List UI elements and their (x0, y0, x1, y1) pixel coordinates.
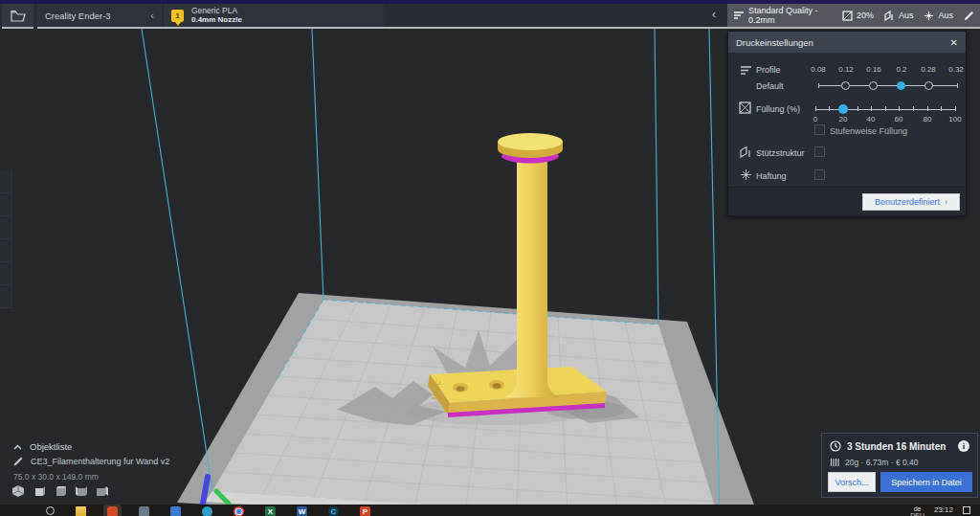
profile-node-012[interactable] (841, 81, 850, 90)
adhesion-checkbox[interactable] (814, 169, 825, 180)
summary-infill: 20% (857, 11, 874, 20)
layer-height-icon (733, 11, 745, 20)
adhesion-icon (924, 11, 934, 21)
taskbar-tray-icon[interactable] (963, 506, 970, 514)
infill-icon (739, 101, 751, 114)
info-icon[interactable]: i (958, 440, 969, 452)
chevron-left-icon: ‹ (150, 10, 154, 21)
layer-height-icon (740, 64, 752, 77)
open-file-button[interactable] (2, 4, 33, 27)
infill-tick (885, 106, 886, 111)
profile-node-016[interactable] (869, 81, 878, 90)
cura-application-window: MARC Creality Ender-3 ‹ 1 Generic PLA 0.… (0, 0, 980, 516)
rotate-tool-button[interactable] (0, 216, 12, 239)
move-tool-button[interactable] (0, 170, 12, 193)
profile-tick: 0.12 (835, 65, 858, 74)
scale-tool-button[interactable] (0, 193, 12, 216)
infill-tick (899, 106, 900, 111)
profile-slider-track[interactable] (818, 85, 958, 86)
material-selector[interactable]: 1 Generic PLA 0.4mm Nozzle (164, 4, 384, 27)
extruder-icon: 1 (171, 10, 184, 22)
printer-selector[interactable]: Creality Ender-3 ‹ (37, 4, 162, 27)
taskbar-language-indicator[interactable]: de DEU (910, 505, 924, 516)
profile-node-028[interactable] (924, 81, 933, 90)
selected-object-row[interactable]: CE3_Filamenthalterung fur Wand v2 (13, 457, 169, 466)
mirror-tool-button[interactable] (0, 239, 12, 262)
taskbar-excel-icon[interactable]: X (265, 506, 276, 516)
infill-tick (927, 106, 928, 111)
panel-title: Druckeinstellungen (736, 37, 813, 48)
profile-label: Profile (756, 65, 781, 75)
taskbar-file-explorer-icon[interactable] (76, 506, 86, 516)
taskbar-chrome-icon[interactable] (234, 506, 244, 516)
profile-selected-label: Default (756, 81, 784, 91)
infill-tick-label: 80 (916, 115, 939, 123)
slider-endtick (957, 83, 958, 88)
chevron-up-icon (13, 444, 22, 450)
view-front-button[interactable] (33, 484, 46, 498)
collapse-settings-chevron[interactable]: ‹ (712, 9, 716, 20)
support-icon (884, 11, 895, 21)
object-list-toggle[interactable]: Objektliste (13, 441, 72, 452)
view-left-button[interactable] (75, 484, 88, 498)
support-blocker-button[interactable] (0, 285, 12, 308)
summary-profile: Standard Quality - 0.2mm (748, 6, 831, 25)
model-top-disc[interactable] (498, 133, 563, 158)
custom-settings-button[interactable]: Benutzerdefiniert › (862, 193, 960, 211)
infill-tick-label: 100 (944, 115, 967, 123)
left-toolbar (0, 170, 12, 308)
preview-button[interactable]: Vorsch... (828, 472, 876, 492)
infill-tick (913, 106, 914, 111)
print-job-output-panel: 3 Stunden 16 Minuten i 20g · 6.73m · € 0… (821, 433, 978, 498)
infill-label: Füllung (%) (756, 104, 800, 114)
taskbar-thunderbird-icon[interactable] (202, 506, 212, 516)
chevron-right-icon: › (945, 197, 947, 207)
close-icon[interactable]: ✕ (950, 37, 958, 48)
save-to-file-button[interactable]: Speichern in Datei (880, 472, 972, 492)
taskbar-search-icon[interactable] (46, 506, 55, 515)
profile-tick: 0.28 (917, 65, 940, 74)
taskbar-c-app-icon[interactable]: C (328, 506, 339, 516)
infill-tick (955, 106, 956, 111)
header-underline (37, 27, 980, 29)
infill-tick-label: 20 (832, 115, 855, 123)
clock-icon (830, 440, 841, 452)
edit-pencil-icon[interactable] (964, 11, 974, 21)
taskbar-powerpoint-icon[interactable]: P (360, 506, 370, 516)
object-name: CE3_Filamenthalterung fur Wand v2 (31, 457, 169, 466)
base-screw-hole (453, 383, 468, 393)
camera-view-buttons (11, 484, 109, 498)
panel-header[interactable]: Druckeinstellungen ✕ (728, 32, 966, 53)
nozzle-size: 0.4mm Nozzle (191, 15, 242, 24)
taskbar-calculator-icon[interactable] (139, 506, 149, 516)
infill-tick (815, 106, 816, 111)
adhesion-label: Haftung (756, 171, 787, 181)
infill-slider-handle[interactable] (838, 104, 848, 114)
pencil-icon (13, 457, 23, 466)
profile-tick: 0.2 (890, 65, 913, 74)
taskbar-pen-app-icon[interactable] (170, 506, 181, 516)
taskbar-cura-icon-active[interactable] (107, 506, 118, 516)
support-checkbox[interactable] (814, 146, 825, 157)
profile-node-02-selected[interactable] (897, 81, 905, 90)
view-3d-button[interactable] (11, 484, 25, 498)
material-usage-estimate: 20g · 6.73m · € 0.40 (845, 458, 919, 467)
infill-tick (829, 106, 830, 111)
view-top-button[interactable] (54, 484, 67, 498)
print-settings-summary-bar[interactable]: Standard Quality - 0.2mm 20% Aus Aus (727, 4, 980, 27)
per-object-settings-button[interactable] (0, 262, 12, 285)
taskbar-word-icon[interactable]: W (297, 506, 307, 516)
object-dimensions: 75.0 x 30.0 x 149.0 mm (13, 472, 99, 482)
infill-tick (941, 106, 942, 111)
support-label: Stützstruktur (756, 148, 805, 158)
gradual-infill-checkbox[interactable] (814, 124, 825, 135)
summary-adhesion: Aus (938, 11, 953, 20)
summary-support: Aus (899, 11, 914, 20)
profile-tick: 0.32 (945, 65, 968, 74)
header-underline (2, 27, 33, 29)
view-right-button[interactable] (96, 484, 109, 498)
object-list-label: Objektliste (30, 441, 72, 452)
taskbar-clock[interactable]: 23:12 (934, 505, 953, 514)
profile-tick: 0.16 (862, 65, 885, 74)
material-name: Generic PLA (191, 7, 242, 16)
